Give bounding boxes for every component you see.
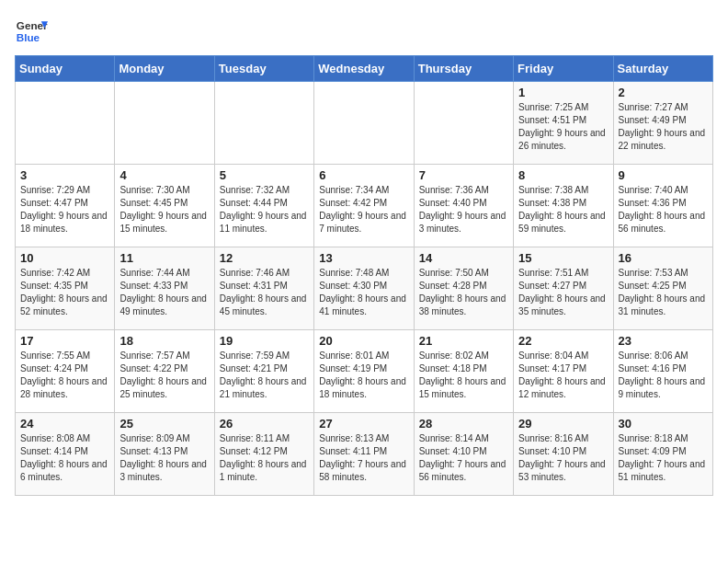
day-info: Sunrise: 7:44 AM Sunset: 4:33 PM Dayligh… — [119, 267, 209, 318]
day-number: 18 — [119, 334, 209, 348]
day-number: 1 — [518, 86, 608, 99]
day-info: Sunrise: 7:34 AM Sunset: 4:42 PM Dayligh… — [319, 184, 408, 236]
svg-text:General: General — [17, 19, 48, 31]
day-number: 8 — [518, 168, 608, 182]
calendar-cell: 14Sunrise: 7:50 AM Sunset: 4:28 PM Dayli… — [414, 247, 513, 330]
day-info: Sunrise: 8:02 AM Sunset: 4:18 PM Dayligh… — [419, 350, 508, 401]
day-number: 12 — [220, 251, 309, 265]
day-number: 24 — [20, 417, 109, 431]
day-info: Sunrise: 7:38 AM Sunset: 4:38 PM Dayligh… — [518, 184, 608, 236]
day-info: Sunrise: 7:53 AM Sunset: 4:25 PM Dayligh… — [619, 267, 708, 318]
day-info: Sunrise: 8:01 AM Sunset: 4:19 PM Dayligh… — [319, 350, 408, 401]
day-info: Sunrise: 7:59 AM Sunset: 4:21 PM Dayligh… — [220, 350, 309, 401]
calendar-cell: 15Sunrise: 7:51 AM Sunset: 4:27 PM Dayli… — [514, 247, 613, 330]
calendar-cell: 28Sunrise: 8:14 AM Sunset: 4:10 PM Dayli… — [414, 413, 513, 496]
day-number: 22 — [518, 334, 608, 348]
day-info: Sunrise: 8:11 AM Sunset: 4:12 PM Dayligh… — [220, 432, 309, 484]
calendar-cell: 22Sunrise: 8:04 AM Sunset: 4:17 PM Dayli… — [514, 330, 613, 413]
col-header-wednesday: Wednesday — [314, 56, 414, 82]
calendar-cell: 29Sunrise: 8:16 AM Sunset: 4:10 PM Dayli… — [514, 413, 613, 496]
day-info: Sunrise: 7:32 AM Sunset: 4:44 PM Dayligh… — [220, 184, 309, 236]
day-info: Sunrise: 8:06 AM Sunset: 4:16 PM Dayligh… — [619, 350, 708, 401]
day-number: 23 — [619, 334, 708, 348]
calendar-cell: 7Sunrise: 7:36 AM Sunset: 4:40 PM Daylig… — [414, 165, 513, 247]
calendar-cell: 21Sunrise: 8:02 AM Sunset: 4:18 PM Dayli… — [414, 330, 513, 413]
day-info: Sunrise: 8:14 AM Sunset: 4:10 PM Dayligh… — [419, 432, 508, 484]
calendar-cell: 16Sunrise: 7:53 AM Sunset: 4:25 PM Dayli… — [613, 247, 712, 330]
day-number: 5 — [220, 168, 309, 182]
day-number: 16 — [619, 251, 708, 265]
day-number: 27 — [319, 417, 408, 431]
calendar-cell: 6Sunrise: 7:34 AM Sunset: 4:42 PM Daylig… — [314, 165, 414, 247]
col-header-saturday: Saturday — [613, 56, 712, 82]
calendar-cell: 25Sunrise: 8:09 AM Sunset: 4:13 PM Dayli… — [115, 413, 214, 496]
calendar-cell: 24Sunrise: 8:08 AM Sunset: 4:14 PM Dayli… — [16, 413, 115, 496]
calendar-cell — [414, 82, 513, 165]
day-number: 11 — [119, 251, 209, 265]
calendar-cell: 10Sunrise: 7:42 AM Sunset: 4:35 PM Dayli… — [16, 247, 115, 330]
day-info: Sunrise: 8:04 AM Sunset: 4:17 PM Dayligh… — [518, 350, 608, 401]
calendar-cell: 23Sunrise: 8:06 AM Sunset: 4:16 PM Dayli… — [613, 330, 712, 413]
day-number: 29 — [518, 417, 608, 431]
svg-text:Blue: Blue — [17, 31, 40, 43]
calendar-cell: 9Sunrise: 7:40 AM Sunset: 4:36 PM Daylig… — [613, 165, 712, 247]
day-info: Sunrise: 7:51 AM Sunset: 4:27 PM Dayligh… — [518, 267, 608, 318]
calendar-cell: 20Sunrise: 8:01 AM Sunset: 4:19 PM Dayli… — [314, 330, 414, 413]
calendar-cell: 18Sunrise: 7:57 AM Sunset: 4:22 PM Dayli… — [115, 330, 214, 413]
logo: General Blue — [15, 15, 48, 48]
day-info: Sunrise: 7:27 AM Sunset: 4:49 PM Dayligh… — [619, 101, 708, 153]
day-number: 26 — [220, 417, 309, 431]
calendar-table: SundayMondayTuesdayWednesdayThursdayFrid… — [15, 55, 713, 496]
day-info: Sunrise: 7:57 AM Sunset: 4:22 PM Dayligh… — [119, 350, 209, 401]
day-number: 10 — [20, 251, 109, 265]
day-info: Sunrise: 7:25 AM Sunset: 4:51 PM Dayligh… — [518, 101, 608, 153]
day-number: 14 — [419, 251, 508, 265]
calendar-cell: 1Sunrise: 7:25 AM Sunset: 4:51 PM Daylig… — [514, 82, 613, 165]
calendar-cell: 12Sunrise: 7:46 AM Sunset: 4:31 PM Dayli… — [214, 247, 313, 330]
day-number: 9 — [619, 168, 708, 182]
day-info: Sunrise: 7:55 AM Sunset: 4:24 PM Dayligh… — [20, 350, 109, 401]
day-number: 2 — [619, 86, 708, 99]
day-info: Sunrise: 8:08 AM Sunset: 4:14 PM Dayligh… — [20, 432, 109, 484]
calendar-cell: 11Sunrise: 7:44 AM Sunset: 4:33 PM Dayli… — [115, 247, 214, 330]
calendar-cell: 4Sunrise: 7:30 AM Sunset: 4:45 PM Daylig… — [115, 165, 214, 247]
day-number: 30 — [619, 417, 708, 431]
day-info: Sunrise: 7:48 AM Sunset: 4:30 PM Dayligh… — [319, 267, 408, 318]
col-header-thursday: Thursday — [414, 56, 513, 82]
day-number: 28 — [419, 417, 508, 431]
day-info: Sunrise: 7:42 AM Sunset: 4:35 PM Dayligh… — [20, 267, 109, 318]
col-header-tuesday: Tuesday — [214, 56, 313, 82]
calendar-cell: 26Sunrise: 8:11 AM Sunset: 4:12 PM Dayli… — [214, 413, 313, 496]
calendar-cell: 30Sunrise: 8:18 AM Sunset: 4:09 PM Dayli… — [613, 413, 712, 496]
calendar-cell: 27Sunrise: 8:13 AM Sunset: 4:11 PM Dayli… — [314, 413, 414, 496]
day-info: Sunrise: 8:18 AM Sunset: 4:09 PM Dayligh… — [619, 432, 708, 484]
calendar-cell — [214, 82, 313, 165]
calendar-cell — [314, 82, 414, 165]
day-number: 21 — [419, 334, 508, 348]
day-number: 6 — [319, 168, 408, 182]
calendar-cell: 2Sunrise: 7:27 AM Sunset: 4:49 PM Daylig… — [613, 82, 712, 165]
calendar-cell: 8Sunrise: 7:38 AM Sunset: 4:38 PM Daylig… — [514, 165, 613, 247]
day-number: 17 — [20, 334, 109, 348]
logo-icon: General Blue — [15, 15, 48, 48]
day-info: Sunrise: 7:29 AM Sunset: 4:47 PM Dayligh… — [20, 184, 109, 236]
day-number: 4 — [119, 168, 209, 182]
calendar-cell: 3Sunrise: 7:29 AM Sunset: 4:47 PM Daylig… — [16, 165, 115, 247]
header: General Blue — [15, 15, 713, 48]
day-info: Sunrise: 7:50 AM Sunset: 4:28 PM Dayligh… — [419, 267, 508, 318]
day-number: 13 — [319, 251, 408, 265]
day-number: 20 — [319, 334, 408, 348]
day-info: Sunrise: 8:16 AM Sunset: 4:10 PM Dayligh… — [518, 432, 608, 484]
col-header-friday: Friday — [514, 56, 613, 82]
day-number: 3 — [20, 168, 109, 182]
day-info: Sunrise: 8:09 AM Sunset: 4:13 PM Dayligh… — [119, 432, 209, 484]
col-header-monday: Monday — [115, 56, 214, 82]
day-info: Sunrise: 7:40 AM Sunset: 4:36 PM Dayligh… — [619, 184, 708, 236]
col-header-sunday: Sunday — [16, 56, 115, 82]
calendar-cell: 19Sunrise: 7:59 AM Sunset: 4:21 PM Dayli… — [214, 330, 313, 413]
calendar-cell: 5Sunrise: 7:32 AM Sunset: 4:44 PM Daylig… — [214, 165, 313, 247]
day-info: Sunrise: 7:46 AM Sunset: 4:31 PM Dayligh… — [220, 267, 309, 318]
calendar-cell: 13Sunrise: 7:48 AM Sunset: 4:30 PM Dayli… — [314, 247, 414, 330]
day-info: Sunrise: 7:36 AM Sunset: 4:40 PM Dayligh… — [419, 184, 508, 236]
calendar-cell — [115, 82, 214, 165]
